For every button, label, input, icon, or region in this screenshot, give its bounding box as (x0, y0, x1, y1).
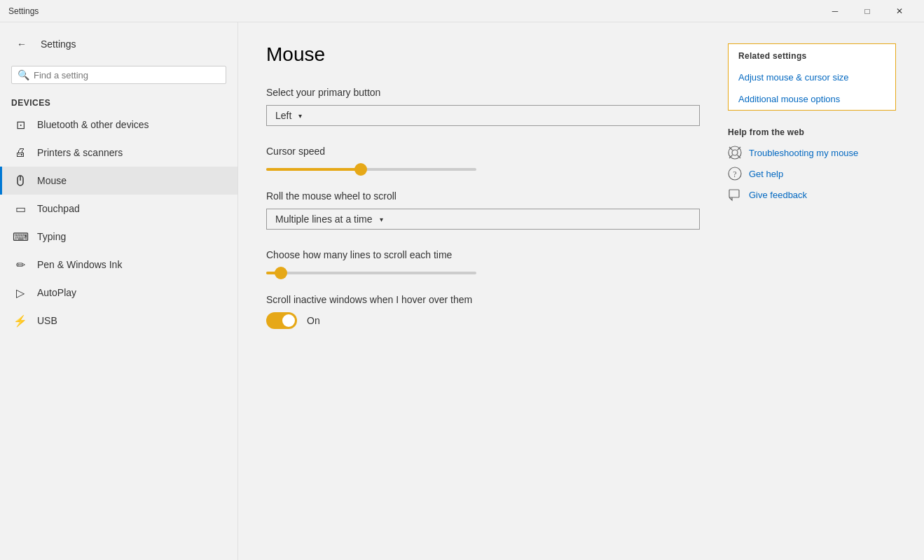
sidebar-item-usb-label: USB (37, 315, 57, 326)
troubleshoot-icon (728, 146, 742, 160)
scroll-wheel-value: Multiple lines at a time (275, 214, 373, 225)
app-body: ← Settings 🔍 Devices ⊡ Bluetooth & other… (0, 22, 924, 560)
scroll-inactive-toggle[interactable] (266, 312, 297, 329)
svg-text:?: ? (733, 169, 736, 179)
help-link-get-help-label: Get help (749, 169, 783, 179)
title-bar-title: Settings (8, 6, 39, 16)
pen-icon: ✏ (13, 258, 27, 272)
sidebar-item-bluetooth-label: Bluetooth & other devices (37, 119, 149, 130)
sidebar-item-printers[interactable]: 🖨 Printers & scanners (0, 139, 237, 167)
cursor-speed-label: Cursor speed (266, 146, 700, 157)
related-settings-box: Related settings Adjust mouse & cursor s… (728, 43, 896, 111)
scroll-inactive-toggle-row: On (266, 312, 700, 329)
scroll-lines-thumb[interactable] (275, 267, 287, 279)
sidebar-item-touchpad-label: Touchpad (37, 203, 80, 214)
sidebar: ← Settings 🔍 Devices ⊡ Bluetooth & other… (0, 22, 238, 560)
cursor-speed-fill (266, 168, 361, 171)
right-panel: Related settings Adjust mouse & cursor s… (728, 43, 896, 539)
cursor-speed-slider[interactable] (266, 168, 700, 171)
get-help-icon: ? (728, 167, 742, 181)
autoplay-icon: ▷ (13, 286, 27, 300)
search-box[interactable]: 🔍 (11, 66, 226, 84)
typing-icon: ⌨ (13, 230, 27, 244)
related-settings-title: Related settings (729, 44, 895, 66)
scroll-wheel-dropdown[interactable]: Multiple lines at a time ▾ (266, 209, 700, 230)
scroll-inactive-toggle-thumb (282, 314, 295, 327)
sidebar-item-printers-label: Printers & scanners (37, 147, 123, 158)
maximize-button[interactable]: □ (851, 0, 883, 22)
scroll-lines-slider[interactable] (266, 272, 700, 274)
help-link-troubleshoot-label: Troubleshooting my mouse (749, 148, 858, 158)
scroll-lines-label: Choose how many lines to scroll each tim… (266, 249, 700, 260)
content-area: Mouse Select your primary button Left ▾ … (238, 22, 924, 560)
sidebar-app-title: Settings (41, 38, 76, 50)
primary-button-dropdown[interactable]: Left ▾ (266, 105, 700, 126)
svg-point-3 (732, 150, 738, 155)
primary-button-label: Select your primary button (266, 87, 700, 98)
primary-button-value: Left (275, 110, 291, 121)
primary-button-setting: Select your primary button Left ▾ (266, 87, 700, 126)
title-bar: Settings ─ □ ✕ (0, 0, 924, 22)
scroll-lines-track (266, 272, 476, 274)
scroll-inactive-setting: Scroll inactive windows when I hover ove… (266, 294, 700, 329)
touchpad-icon: ▭ (13, 202, 27, 216)
usb-icon: ⚡ (13, 314, 27, 328)
search-input[interactable] (34, 70, 220, 80)
minimize-button[interactable]: ─ (819, 0, 851, 22)
close-button[interactable]: ✕ (883, 0, 916, 22)
title-bar-left: Settings (8, 6, 819, 16)
sidebar-item-mouse[interactable]: Mouse (0, 167, 237, 195)
sidebar-item-pen[interactable]: ✏ Pen & Windows Ink (0, 251, 237, 279)
bluetooth-icon: ⊡ (13, 118, 27, 132)
scroll-wheel-setting: Roll the mouse wheel to scroll Multiple … (266, 190, 700, 230)
related-link-cursor-size[interactable]: Adjust mouse & cursor size (729, 66, 895, 88)
section-label: Devices (0, 92, 237, 111)
sidebar-item-mouse-label: Mouse (37, 175, 67, 186)
sidebar-item-pen-label: Pen & Windows Ink (37, 259, 122, 270)
cursor-speed-setting: Cursor speed (266, 146, 700, 171)
sidebar-item-autoplay-label: AutoPlay (37, 287, 76, 298)
scroll-inactive-label: Scroll inactive windows when I hover ove… (266, 294, 700, 305)
cursor-speed-thumb[interactable] (354, 163, 367, 176)
sidebar-item-typing-label: Typing (37, 231, 66, 242)
sidebar-item-autoplay[interactable]: ▷ AutoPlay (0, 279, 237, 307)
help-link-feedback-label: Give feedback (749, 190, 807, 200)
mouse-icon (13, 174, 27, 188)
help-section: Help from the web Troubleshooting my mou… (728, 127, 896, 202)
scroll-lines-setting: Choose how many lines to scroll each tim… (266, 249, 700, 274)
related-link-mouse-options[interactable]: Additional mouse options (729, 88, 895, 110)
sidebar-item-typing[interactable]: ⌨ Typing (0, 223, 237, 251)
sidebar-item-usb[interactable]: ⚡ USB (0, 307, 237, 335)
scroll-wheel-label: Roll the mouse wheel to scroll (266, 190, 700, 202)
svg-rect-10 (729, 190, 739, 197)
title-bar-controls: ─ □ ✕ (819, 0, 916, 22)
help-title: Help from the web (728, 127, 896, 137)
feedback-icon (728, 188, 742, 202)
help-link-feedback[interactable]: Give feedback (728, 188, 896, 202)
help-link-get-help[interactable]: ? Get help (728, 167, 896, 181)
search-icon: 🔍 (18, 69, 29, 80)
help-link-troubleshoot[interactable]: Troubleshooting my mouse (728, 146, 896, 160)
back-button[interactable]: ← (11, 34, 32, 55)
main-content: Mouse Select your primary button Left ▾ … (266, 43, 700, 539)
scroll-inactive-toggle-label: On (307, 315, 320, 326)
scroll-wheel-dropdown-arrow: ▾ (380, 216, 383, 223)
primary-button-dropdown-arrow: ▾ (298, 112, 302, 120)
sidebar-item-touchpad[interactable]: ▭ Touchpad (0, 195, 237, 223)
cursor-speed-track (266, 168, 476, 171)
printers-icon: 🖨 (13, 146, 27, 160)
page-title: Mouse (266, 43, 700, 66)
sidebar-header: ← Settings (0, 22, 237, 60)
sidebar-item-bluetooth[interactable]: ⊡ Bluetooth & other devices (0, 111, 237, 139)
